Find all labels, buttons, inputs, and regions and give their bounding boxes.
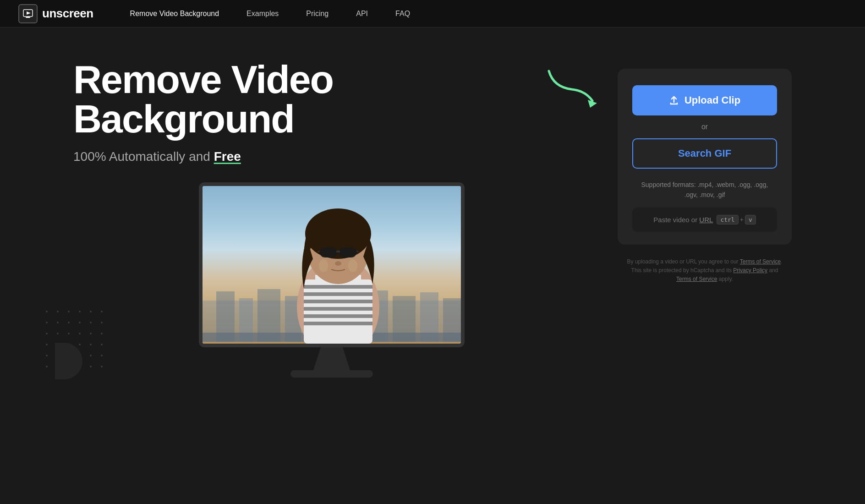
hero-title-line1: Remove Video: [73, 57, 333, 101]
upload-btn-label: Upload Clip: [684, 94, 740, 106]
search-gif-label: Search GIF: [678, 148, 731, 159]
svg-point-38: [348, 259, 357, 272]
logo-text: unscreen: [42, 6, 93, 21]
kbd-group: ctrl + v: [717, 215, 756, 225]
or-divider: or: [632, 123, 777, 131]
arrow-decoration: [544, 64, 599, 125]
svg-rect-20: [304, 285, 372, 289]
upload-clip-button[interactable]: Upload Clip: [632, 85, 777, 115]
tos-link-1[interactable]: Terms of Service: [740, 258, 781, 265]
nav-faq[interactable]: FAQ: [395, 10, 410, 17]
svg-rect-19: [304, 279, 372, 344]
nav-examples[interactable]: Examples: [246, 10, 279, 17]
supported-formats: Supported formats: .mp4, .webm, .ogg, .o…: [632, 180, 777, 200]
monitor-container: [73, 182, 590, 378]
privacy-link[interactable]: Privacy Policy: [733, 267, 767, 274]
monitor-frame: [199, 182, 465, 347]
tos-link-2[interactable]: Terms of Service: [676, 276, 717, 282]
paste-text: Paste video or URL: [653, 216, 713, 224]
svg-rect-23: [304, 307, 372, 311]
subtitle-bold: Free: [214, 149, 241, 164]
svg-rect-21: [304, 292, 372, 296]
svg-marker-1: [27, 11, 31, 15]
hero-subtitle: 100% Automatically and Free: [73, 149, 590, 164]
search-gif-button[interactable]: Search GIF: [632, 138, 777, 169]
monitor-base: [290, 370, 373, 378]
logo-icon: [18, 4, 38, 23]
upload-card: Upload Clip or Search GIF Supported form…: [618, 69, 792, 245]
svg-rect-22: [304, 300, 372, 303]
hero-title: Remove Video Background: [73, 60, 590, 138]
or-label: or: [701, 123, 708, 131]
upload-icon: [669, 95, 679, 105]
hero-title-line2: Background: [73, 97, 294, 141]
subtitle-prefix: 100% Automatically and: [73, 149, 214, 164]
svg-rect-31: [320, 247, 337, 257]
url-link[interactable]: URL: [699, 216, 713, 224]
nav-remove-video[interactable]: Remove Video Background: [130, 10, 219, 17]
formats-text: Supported formats: .mp4, .webm, .ogg, .o…: [641, 181, 768, 198]
paste-area[interactable]: Paste video or URL ctrl + v: [632, 208, 777, 232]
nav-links: Remove Video Background Examples Pricing…: [130, 10, 410, 18]
svg-rect-25: [304, 322, 372, 325]
navbar: unscreen Remove Video Background Example…: [0, 0, 865, 27]
svg-point-37: [319, 259, 328, 272]
svg-rect-33: [336, 251, 340, 252]
monitor-screen: [203, 186, 461, 344]
kbd-ctrl: ctrl: [717, 215, 738, 225]
nav-pricing[interactable]: Pricing: [306, 10, 328, 17]
svg-rect-32: [339, 247, 356, 257]
nav-api[interactable]: API: [356, 10, 368, 17]
left-section: Remove Video Background 100% Automatical…: [73, 60, 590, 378]
legal-text: By uploading a video or URL you agree to…: [618, 257, 792, 284]
logo-link[interactable]: unscreen: [18, 4, 93, 23]
person-image: [274, 186, 402, 344]
svg-point-36: [335, 261, 341, 266]
main-content: Remove Video Background 100% Automatical…: [0, 27, 865, 396]
monitor-stand: [313, 347, 350, 370]
paste-label-text: Paste video or: [653, 216, 699, 224]
right-section: Upload Clip or Search GIF Supported form…: [618, 69, 792, 284]
svg-rect-24: [304, 314, 372, 318]
kbd-v: v: [745, 215, 756, 225]
plus-sign: +: [740, 216, 744, 223]
